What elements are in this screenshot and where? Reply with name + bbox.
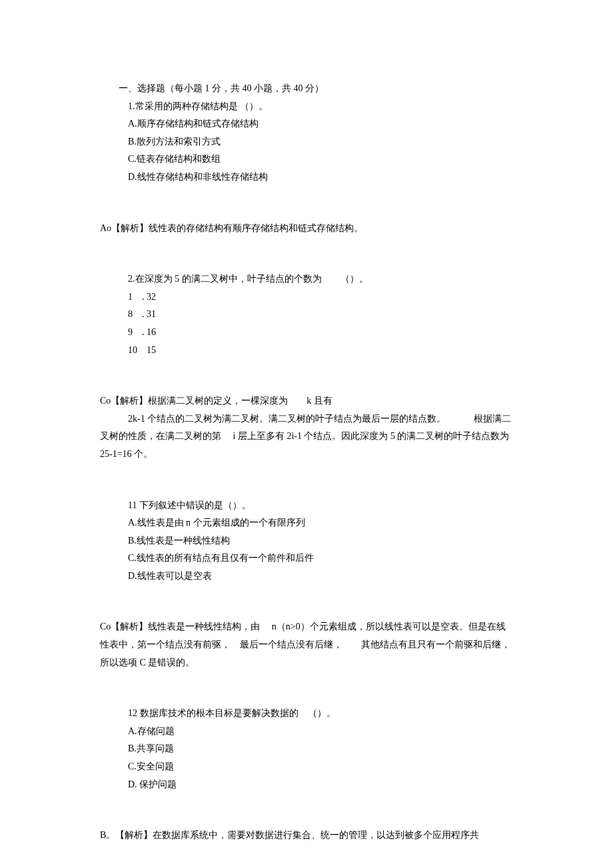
q4-answer: B。【解析】在数据库系统中，需要对数据进行集合、统一的管理，以达到被多个应用程序… (100, 827, 513, 845)
q4-option-b: B.共享问题 (100, 740, 513, 758)
q1-option-d: D.线性存储结构和非线性存储结构 (100, 169, 513, 187)
section-title: 一、选择题（每小题 1 分，共 40 小题，共 40 分） (100, 80, 513, 98)
q3-option-d: D.线性表可以是空表 (100, 568, 513, 586)
q2-answer-line1: Co【解析】根据满二叉树的定义，一棵深度为 k 且有 (100, 392, 513, 410)
q2-option-a: 1 . 32 (100, 288, 513, 306)
q4-option-c: C.安全问题 (100, 758, 513, 776)
q2-answer-line2: 2k-1 个结点的二叉树为满二叉树。满二叉树的叶子结点为最后一层的结点数。 根据… (100, 410, 513, 464)
q3-option-a: A.线性表是由 n 个元素组成的一个有限序列 (100, 514, 513, 532)
q1-stem: 1.常采用的两种存储结构是 （）。 (100, 98, 513, 116)
q3-stem: 11 下列叙述中错误的是（）。 (100, 497, 513, 515)
q2-option-d: 10 15 (100, 342, 513, 360)
q1-option-c: C.链表存储结构和数组 (100, 151, 513, 169)
q4-option-a: A.存储问题 (100, 723, 513, 741)
q2-option-b: 8 . 31 (100, 306, 513, 324)
q1-option-a: A.顺序存储结构和链式存储结构 (100, 115, 513, 133)
q1-option-b: B.散列方法和索引方式 (100, 133, 513, 151)
q4-option-d: D. 保护问题 (100, 776, 513, 794)
q1-answer: Ao【解析】线性表的存储结构有顺序存储结构和链式存储结构。 (100, 220, 513, 238)
q2-stem: 2.在深度为 5 的满二叉树中，叶子结点的个数为 （）。 (100, 270, 513, 288)
q3-option-b: B.线性表是一种线性结构 (100, 532, 513, 550)
q2-option-c: 9 . 16 (100, 324, 513, 342)
q4-stem: 12 数据库技术的根本目标是要解决数据的 （）。 (100, 705, 513, 723)
q3-option-c: C.线性表的所有结点有且仅有一个前件和后件 (100, 550, 513, 568)
q3-answer: Co【解析】线性表是一种线性结构，由 n（n>0）个元素组成，所以线性表可以是空… (100, 618, 513, 671)
